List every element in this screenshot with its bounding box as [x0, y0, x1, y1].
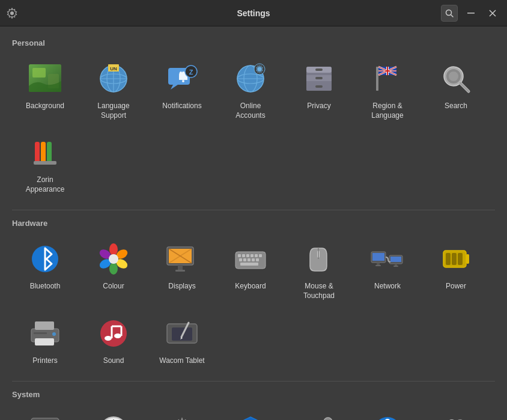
svg-rect-35 [376, 67, 378, 91]
sound-icon [96, 315, 132, 352]
search-item[interactable]: Search [423, 55, 489, 126]
keyboard-icon [232, 241, 269, 277]
network-label: Network [374, 282, 401, 291]
svg-point-105 [114, 333, 121, 338]
svg-rect-96 [452, 253, 457, 265]
privacy-label: Privacy [307, 102, 330, 111]
notifications-label: Notifications [162, 102, 201, 111]
svg-point-63 [109, 254, 118, 264]
svg-rect-82 [240, 263, 258, 266]
svg-rect-90 [390, 257, 401, 262]
bluetooth-item[interactable]: Bluetooth [12, 235, 78, 306]
displays-icon [164, 241, 200, 277]
svg-rect-72 [242, 254, 245, 257]
details-item[interactable]: Details [149, 406, 215, 420]
privacy-item[interactable]: Privacy [286, 55, 352, 126]
notifications-icon: Z [164, 61, 200, 97]
svg-rect-81 [256, 258, 259, 261]
personal-label: Personal [12, 38, 495, 47]
svg-point-0 [10, 11, 14, 15]
svg-rect-87 [377, 263, 380, 265]
section-system: System Backups [12, 390, 495, 420]
online-accounts-item[interactable]: OnlineAccounts [217, 55, 284, 126]
mouse-touchpad-item[interactable]: Mouse &Touchpad [286, 235, 352, 306]
power-label: Power [446, 282, 466, 291]
svg-rect-54 [34, 161, 56, 165]
svg-rect-34 [315, 85, 323, 88]
svg-rect-53 [47, 142, 52, 163]
svg-rect-99 [35, 321, 54, 330]
svg-rect-33 [315, 77, 323, 79]
svg-rect-102 [34, 332, 47, 334]
minimize-button[interactable] [463, 5, 479, 22]
firewall-icon [232, 412, 269, 420]
svg-rect-8 [32, 68, 46, 78]
users-item[interactable]: Users [423, 406, 489, 420]
divider-system [12, 381, 495, 382]
personal-grid: Background UN [12, 55, 495, 200]
backups-icon [27, 412, 63, 420]
background-item[interactable]: Background [12, 55, 78, 126]
svg-point-101 [52, 332, 56, 336]
displays-item[interactable]: Displays [149, 235, 215, 306]
zorin-appearance-icon [27, 135, 63, 171]
network-icon [369, 241, 405, 277]
privacy-icon [301, 61, 337, 97]
users-icon [438, 412, 474, 420]
sharing-item[interactable]: Sharing [286, 406, 352, 420]
svg-rect-97 [458, 253, 463, 265]
keyboard-item[interactable]: Keyboard [217, 235, 284, 306]
svg-rect-68 [178, 265, 183, 270]
power-icon [438, 241, 474, 277]
titlebar: Settings [0, 0, 507, 26]
svg-rect-78 [243, 258, 246, 261]
region-language-item[interactable]: Region &Language [354, 55, 420, 126]
printers-label: Printers [32, 356, 57, 366]
sound-item[interactable]: Sound [80, 309, 147, 372]
svg-rect-92 [393, 266, 398, 267]
search-label: Search [445, 102, 467, 111]
svg-rect-100 [35, 338, 54, 345]
wacom-tablet-item[interactable]: Wacom Tablet [149, 309, 215, 372]
svg-point-19 [182, 80, 184, 82]
notifications-item[interactable]: Z Notifications [149, 55, 215, 126]
language-support-item[interactable]: UN LanguageSupport [80, 55, 147, 126]
printers-item[interactable]: Printers [12, 309, 78, 372]
svg-rect-75 [255, 254, 258, 257]
online-accounts-label: OnlineAccounts [235, 102, 265, 120]
colour-item[interactable]: Colour [80, 235, 147, 306]
svg-rect-88 [375, 265, 381, 266]
sharing-icon [301, 412, 337, 420]
date-time-icon [96, 412, 132, 420]
search-button[interactable] [441, 5, 458, 22]
search-icon-img [438, 61, 474, 97]
firewall-item[interactable]: FirewallConfiguration [217, 406, 284, 420]
date-time-item[interactable]: Date & Time [80, 406, 147, 420]
region-language-icon [369, 61, 405, 97]
titlebar-left [6, 7, 18, 19]
svg-point-104 [105, 336, 112, 341]
hardware-label: Hardware [12, 219, 495, 228]
universal-access-item[interactable]: UniversalAccess [354, 406, 420, 420]
close-button[interactable] [484, 5, 501, 22]
background-label: Background [26, 102, 64, 111]
language-support-icon: UN [96, 61, 132, 97]
svg-rect-45 [387, 67, 388, 75]
svg-rect-69 [175, 270, 185, 272]
network-item[interactable]: Network [354, 235, 420, 306]
svg-rect-95 [446, 253, 451, 265]
bluetooth-icon [27, 241, 63, 277]
zorin-appearance-item[interactable]: ZorinAppearance [12, 129, 78, 200]
background-icon [27, 61, 63, 97]
wacom-tablet-label: Wacom Tablet [159, 356, 204, 366]
bluetooth-label: Bluetooth [30, 282, 61, 291]
backups-item[interactable]: Backups [12, 406, 78, 420]
printers-icon [27, 315, 63, 352]
svg-rect-51 [35, 142, 40, 163]
details-icon [164, 412, 200, 420]
power-item[interactable]: Power [423, 235, 489, 306]
svg-rect-80 [252, 258, 255, 261]
universal-access-icon [369, 412, 405, 420]
displays-label: Displays [168, 282, 195, 291]
settings-app-icon [6, 7, 18, 19]
